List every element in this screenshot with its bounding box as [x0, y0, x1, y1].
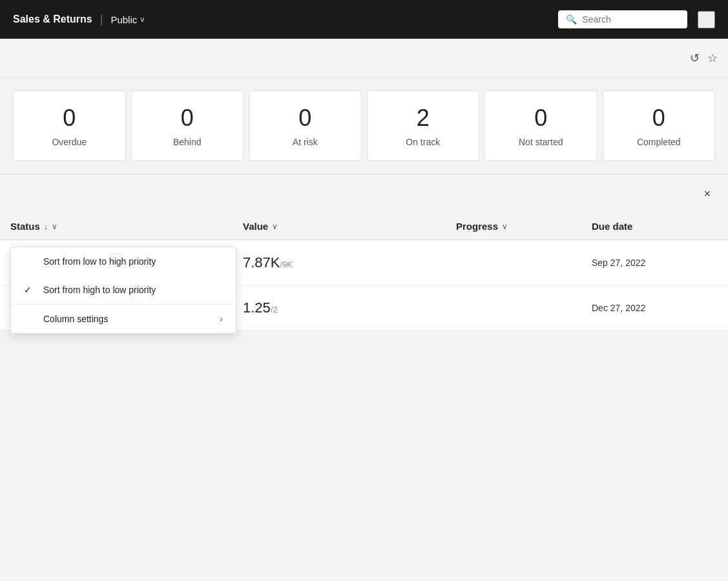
more-options-button[interactable]: ...: [698, 11, 715, 28]
row1-duedate: Sep 27, 2022: [592, 258, 718, 268]
card-ontrack-number: 2: [383, 104, 464, 132]
card-atrisk-number: 0: [265, 104, 346, 132]
row2-duedate: Dec 27, 2022: [592, 303, 718, 313]
visibility-label: Public: [110, 14, 137, 25]
card-overdue[interactable]: 0 Overdue: [13, 90, 126, 161]
row1-value-main: 7.87K: [243, 254, 280, 270]
status-column-label: Status: [10, 221, 40, 232]
sort-high-to-low-item[interactable]: ✓ Sort from high to low priority: [11, 276, 236, 304]
card-behind-label: Behind: [147, 137, 228, 147]
card-behind-number: 0: [147, 104, 228, 132]
toolbar: ↺ ☆: [0, 39, 728, 77]
card-overdue-number: 0: [29, 104, 110, 132]
card-completed[interactable]: 0 Completed: [603, 90, 716, 161]
close-filter-button[interactable]: ×: [697, 183, 718, 204]
search-icon: 🔍: [566, 14, 577, 25]
status-dropdown-menu: Sort from low to high priority ✓ Sort fr…: [10, 247, 236, 334]
chevron-down-icon: ∨: [140, 15, 145, 24]
sort-low-to-high-item[interactable]: Sort from low to high priority: [11, 247, 236, 276]
value-column-label: Value: [243, 221, 268, 232]
row2-value: 1.25/2: [243, 300, 456, 316]
card-notstarted-label: Not started: [501, 137, 581, 147]
sort-high-low-label: Sort from high to low priority: [43, 285, 223, 295]
card-overdue-label: Overdue: [29, 137, 110, 147]
status-cards: 0 Overdue 0 Behind 0 At risk 2 On track …: [0, 77, 728, 174]
card-atrisk-label: At risk: [265, 137, 346, 147]
progress-sort-chevron[interactable]: ∨: [502, 222, 508, 231]
nav-right: 🔍 ...: [558, 10, 715, 28]
sort-icon: ↓: [44, 221, 48, 231]
row1-value-denom: 9K: [282, 260, 293, 269]
nav-divider: |: [100, 13, 103, 26]
search-box[interactable]: 🔍: [558, 10, 687, 28]
top-navigation: Sales & Returns | Public ∨ 🔍 ...: [0, 0, 728, 39]
col-status-header: Status ↓ ∨: [10, 221, 243, 232]
card-ontrack[interactable]: 2 On track: [367, 90, 480, 161]
card-atrisk[interactable]: 0 At risk: [249, 90, 362, 161]
column-settings-item[interactable]: Column settings ›: [11, 305, 236, 333]
filter-bar: ×: [0, 174, 728, 213]
col-value-header: Value ∨: [243, 221, 456, 232]
value-sort-chevron[interactable]: ∨: [272, 222, 278, 231]
submenu-arrow-icon: ›: [220, 314, 223, 324]
check-icon-2: ✓: [24, 285, 36, 295]
col-progress-header: Progress ∨: [456, 221, 592, 232]
search-input[interactable]: [582, 14, 680, 25]
column-settings-label: Column settings: [43, 314, 212, 324]
sort-low-high-label: Sort from low to high priority: [43, 256, 223, 267]
visibility-selector[interactable]: Public ∨: [110, 14, 145, 25]
card-notstarted[interactable]: 0 Not started: [484, 90, 598, 161]
favorite-button[interactable]: ☆: [707, 51, 718, 65]
row2-value-main: 1.25: [243, 300, 271, 316]
app-title: Sales & Returns: [13, 14, 92, 25]
card-notstarted-number: 0: [501, 104, 581, 132]
card-behind[interactable]: 0 Behind: [131, 90, 244, 161]
card-completed-label: Completed: [619, 137, 700, 147]
col-duedate-header: Due date: [592, 221, 718, 232]
refresh-button[interactable]: ↺: [690, 51, 700, 65]
card-ontrack-label: On track: [383, 137, 464, 147]
nav-left: Sales & Returns | Public ∨: [13, 13, 145, 26]
card-completed-number: 0: [619, 104, 700, 132]
status-sort-chevron[interactable]: ∨: [52, 222, 57, 231]
row2-value-denom: 2: [273, 305, 277, 314]
table-header: Status ↓ ∨ Value ∨ Progress ∨ Due date S…: [0, 213, 728, 240]
progress-column-label: Progress: [456, 221, 498, 232]
row1-value: 7.87K/9K: [243, 254, 456, 271]
